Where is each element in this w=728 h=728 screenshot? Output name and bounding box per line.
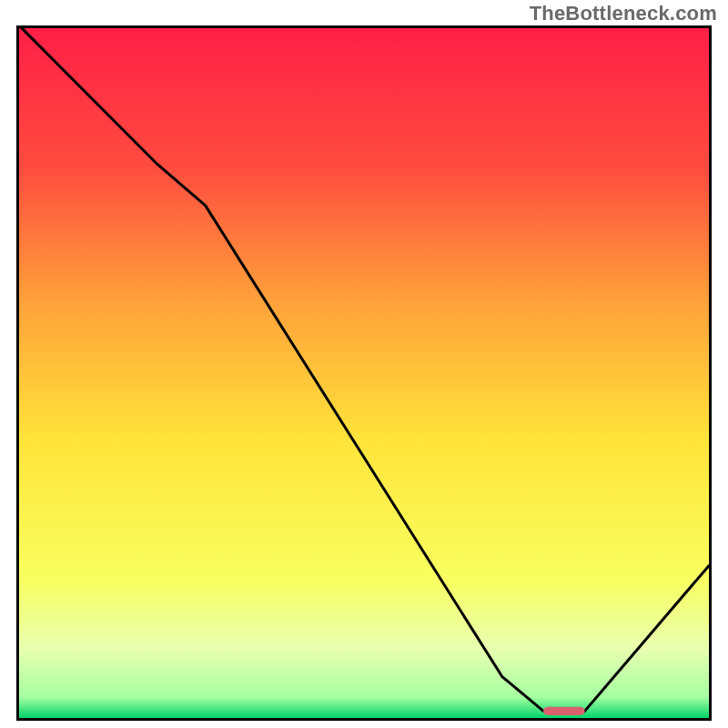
chart-container: TheBottleneck.com	[0, 0, 728, 728]
bottleneck-chart	[16, 25, 712, 721]
watermark-label: TheBottleneck.com	[530, 2, 717, 25]
optimal-range-marker	[543, 707, 585, 715]
